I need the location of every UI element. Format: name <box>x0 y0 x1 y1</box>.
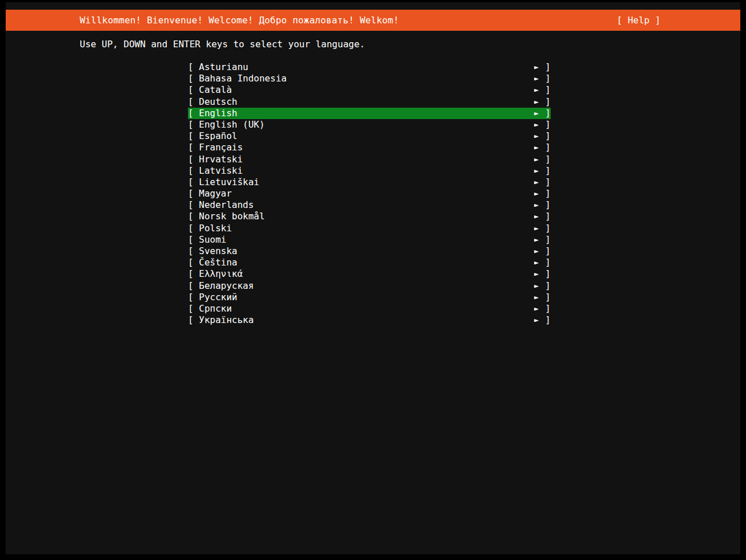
submenu-arrow-icon: ► <box>534 314 540 326</box>
bracket-open: [ <box>188 223 194 234</box>
language-option-[interactable]: [Ελληνικά ►] <box>188 268 551 280</box>
bracket-open: [ <box>188 96 194 108</box>
bracket-close: ] <box>545 234 551 246</box>
language-label: English <box>199 108 237 119</box>
language-label: Српски <box>199 303 232 314</box>
language-label: Polski <box>199 223 232 234</box>
submenu-arrow-icon: ► <box>534 154 540 165</box>
language-list: [Asturianu ►] [Bahasa Indonesia ►] [Cata… <box>188 62 551 326</box>
submenu-arrow-icon: ► <box>534 73 540 84</box>
bracket-open: [ <box>188 130 194 142</box>
language-option-latviski[interactable]: [Latviski ►] <box>188 165 551 177</box>
language-label: Español <box>199 130 237 142</box>
language-label: Українська <box>199 314 253 326</box>
language-label: Bahasa Indonesia <box>199 73 286 84</box>
language-option-[interactable]: [Српски ►] <box>188 303 551 314</box>
language-option-[interactable]: [Русский ►] <box>188 292 551 303</box>
language-option-english-uk[interactable]: [English (UK) ►] <box>188 119 551 130</box>
bracket-close: ] <box>545 73 551 84</box>
submenu-arrow-icon: ► <box>534 62 540 73</box>
submenu-arrow-icon: ► <box>534 199 540 211</box>
language-label: Latviski <box>199 165 243 177</box>
bracket-open: [ <box>188 303 194 314</box>
language-label: Hrvatski <box>199 154 243 165</box>
submenu-arrow-icon: ► <box>534 177 540 188</box>
language-option-polski[interactable]: [Polski ►] <box>188 223 551 234</box>
bracket-open: [ <box>188 234 194 246</box>
submenu-arrow-icon: ► <box>534 142 540 153</box>
language-option-hrvatski[interactable]: [Hrvatski ►] <box>188 154 551 165</box>
bracket-close: ] <box>545 62 551 73</box>
language-option-fran-ais[interactable]: [Français ►] <box>188 142 551 153</box>
language-option-[interactable]: [Беларуская ►] <box>188 280 551 292</box>
header-title: Willkommen! Bienvenue! Welcome! Добро по… <box>80 15 399 26</box>
submenu-arrow-icon: ► <box>534 165 540 177</box>
header-bar: Willkommen! Bienvenue! Welcome! Добро по… <box>6 10 740 31</box>
bracket-open: [ <box>188 268 194 280</box>
submenu-arrow-icon: ► <box>534 268 540 280</box>
submenu-arrow-icon: ► <box>534 119 540 130</box>
language-label: English (UK) <box>199 119 265 130</box>
bracket-open: [ <box>188 314 194 326</box>
language-option-bahasa-indonesia[interactable]: [Bahasa Indonesia ►] <box>188 73 551 84</box>
language-option-deutsch[interactable]: [Deutsch ►] <box>188 96 551 108</box>
submenu-arrow-icon: ► <box>534 188 540 199</box>
language-label: Français <box>199 142 243 153</box>
submenu-arrow-icon: ► <box>534 292 540 303</box>
installer-screen: Willkommen! Bienvenue! Welcome! Добро по… <box>0 0 746 560</box>
language-option-e-tina[interactable]: [Čeština ►] <box>188 257 551 268</box>
bracket-close: ] <box>545 154 551 165</box>
language-option-norsk-bokm-l[interactable]: [Norsk bokmål ►] <box>188 211 551 222</box>
bracket-close: ] <box>545 119 551 130</box>
bracket-close: ] <box>545 268 551 280</box>
language-label: Deutsch <box>199 96 237 108</box>
bracket-close: ] <box>545 165 551 177</box>
bracket-close: ] <box>545 84 551 96</box>
bracket-close: ] <box>545 177 551 188</box>
submenu-arrow-icon: ► <box>534 211 540 222</box>
submenu-arrow-icon: ► <box>534 257 540 268</box>
language-option-magyar[interactable]: [Magyar ►] <box>188 188 551 199</box>
bracket-open: [ <box>188 73 194 84</box>
language-option-suomi[interactable]: [Suomi ►] <box>188 234 551 246</box>
language-option-nederlands[interactable]: [Nederlands ►] <box>188 199 551 211</box>
language-label: Čeština <box>199 257 237 268</box>
language-label: Nederlands <box>199 199 253 211</box>
bracket-close: ] <box>545 188 551 199</box>
language-option-svenska[interactable]: [Svenska ►] <box>188 246 551 257</box>
language-label: Русский <box>199 292 237 303</box>
submenu-arrow-icon: ► <box>534 303 540 314</box>
bracket-close: ] <box>545 314 551 326</box>
language-option-[interactable]: [Українська ►] <box>188 314 551 326</box>
submenu-arrow-icon: ► <box>534 96 540 108</box>
bracket-close: ] <box>545 108 551 119</box>
bracket-open: [ <box>188 84 194 96</box>
bracket-close: ] <box>545 246 551 257</box>
bracket-open: [ <box>188 62 194 73</box>
submenu-arrow-icon: ► <box>534 108 540 119</box>
submenu-arrow-icon: ► <box>534 246 540 257</box>
language-label: Беларуская <box>199 280 253 292</box>
help-button[interactable]: [ Help ] <box>617 10 661 31</box>
bracket-close: ] <box>545 142 551 153</box>
bracket-open: [ <box>188 165 194 177</box>
language-label: Magyar <box>199 188 232 199</box>
bracket-open: [ <box>188 211 194 222</box>
bracket-close: ] <box>545 257 551 268</box>
language-option-espa-ol[interactable]: [Español ►] <box>188 130 551 142</box>
language-option-lietuvi-kai[interactable]: [Lietuviškai ►] <box>188 177 551 188</box>
language-option-catal[interactable]: [Català ►] <box>188 84 551 96</box>
instruction-text: Use UP, DOWN and ENTER keys to select yo… <box>80 39 365 50</box>
bracket-open: [ <box>188 199 194 211</box>
submenu-arrow-icon: ► <box>534 130 540 142</box>
bracket-close: ] <box>545 292 551 303</box>
bracket-open: [ <box>188 177 194 188</box>
submenu-arrow-icon: ► <box>534 84 540 96</box>
language-option-english[interactable]: [English ►] <box>188 108 551 119</box>
language-option-asturianu[interactable]: [Asturianu ►] <box>188 62 551 73</box>
language-label: Lietuviškai <box>199 177 259 188</box>
bracket-open: [ <box>188 280 194 292</box>
language-label: Ελληνικά <box>199 268 243 280</box>
bracket-close: ] <box>545 96 551 108</box>
bracket-close: ] <box>545 211 551 222</box>
